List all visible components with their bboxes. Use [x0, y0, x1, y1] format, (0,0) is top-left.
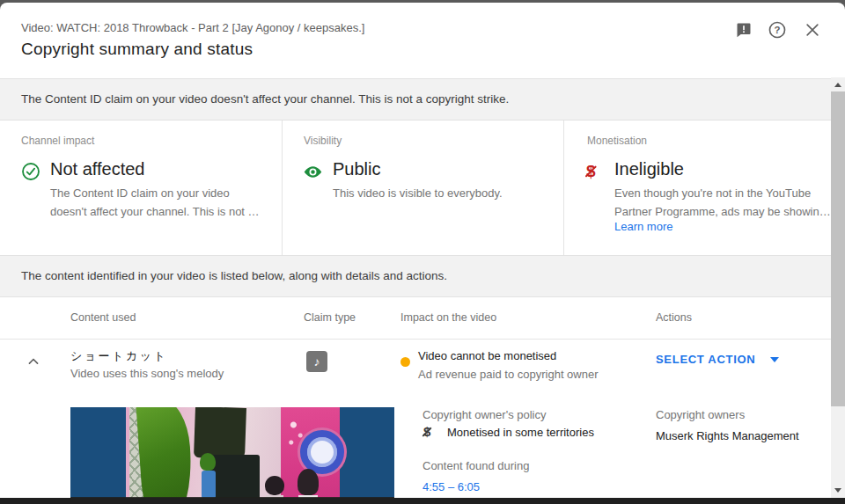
column-header-actions: Actions: [656, 311, 692, 324]
monetisation-value: Ineligible: [614, 159, 684, 179]
video-thumbnail[interactable]: FINAL: [70, 407, 394, 498]
claimed-song-subtitle: Video uses this song's melody: [70, 367, 224, 380]
card-divider: [282, 121, 283, 255]
impact-subtitle: Ad revenue paid to copyright owner: [418, 368, 599, 381]
close-button[interactable]: [802, 19, 823, 40]
eye-icon: [303, 162, 322, 181]
card-divider: [563, 121, 564, 255]
help-icon: ?: [768, 20, 787, 40]
monetisation-description: Even though you're not in the YouTube Pa…: [614, 184, 831, 221]
thumbnail-performer: [200, 453, 217, 498]
thumbnail-performer: [265, 476, 286, 498]
learn-more-link[interactable]: Learn more: [614, 220, 672, 233]
svg-text:?: ?: [775, 25, 781, 35]
help-button[interactable]: ?: [767, 19, 788, 40]
select-action-label: SELECT ACTION: [656, 353, 755, 366]
table-header-divider: [0, 339, 831, 340]
monetisation-warning-dot: [400, 357, 410, 367]
scroll-down-arrow[interactable]: [834, 488, 841, 493]
thumbnail-speaker: [194, 407, 246, 459]
copyright-summary-dialog: Video: WATCH: 2018 Throwback - Part 2 [J…: [0, 3, 845, 498]
monetisation-label: Monetisation: [587, 135, 647, 147]
claim-notice-banner: The Content ID claim on your video doesn…: [0, 78, 831, 121]
feedback-icon: [735, 21, 753, 39]
select-action-button[interactable]: SELECT ACTION: [656, 353, 779, 366]
screen: Video: WATCH: 2018 Throwback - Part 2 [J…: [0, 0, 845, 504]
column-header-impact: Impact on the video: [400, 311, 496, 324]
copyright-owners-label: Copyright owners: [656, 408, 745, 421]
video-label: Video: WATCH: 2018 Throwback - Part 2 [J…: [21, 21, 364, 34]
thumbnail-performer: [298, 469, 320, 498]
check-circle-icon: [21, 162, 40, 181]
channel-impact-value: Not affected: [50, 159, 144, 179]
monetised-territories-icon: $: [423, 424, 430, 440]
column-header-content-used: Content used: [70, 311, 136, 324]
channel-impact-description: The Content ID claim on your video doesn…: [50, 184, 260, 221]
page-title: Copyright summary and status: [21, 40, 253, 59]
thumbnail-green-curtain: [136, 407, 195, 498]
collapse-row-button[interactable]: [23, 353, 44, 374]
feedback-button[interactable]: [733, 19, 754, 40]
visibility-description: This video is visible to everybody.: [333, 184, 503, 202]
scrollbar-thumb[interactable]: [831, 91, 845, 406]
chevron-up-icon: [25, 353, 42, 374]
music-claim-icon: ♪: [306, 351, 327, 372]
content-list-notice-banner: The content identified in your video is …: [0, 255, 831, 297]
policy-value: Monetised in some territories: [447, 426, 594, 439]
claimed-song-title: ショートカット: [70, 348, 167, 364]
copyright-owners-value: Muserk Rights Management: [656, 429, 799, 442]
policy-label: Copyright owner's policy: [422, 408, 547, 421]
monetisation-off-icon: $: [586, 163, 596, 180]
column-header-claim-type: Claim type: [304, 311, 356, 324]
scrollbar[interactable]: [831, 77, 845, 498]
scroll-up-arrow[interactable]: [834, 83, 841, 87]
page-background-bottom: [0, 498, 845, 504]
visibility-label: Visibility: [304, 135, 342, 147]
thumbnail-stage-floor: [70, 497, 394, 498]
visibility-value: Public: [333, 159, 380, 179]
impact-title: Video cannot be monetised: [418, 349, 556, 362]
time-range-link[interactable]: 4:55 – 6:05: [422, 480, 480, 493]
channel-impact-label: Channel impact: [21, 135, 94, 147]
chevron-down-icon: [770, 357, 779, 362]
close-icon: [804, 21, 821, 39]
content-found-label: Content found during: [422, 459, 529, 472]
thumbnail-banner-logo: [300, 430, 344, 474]
